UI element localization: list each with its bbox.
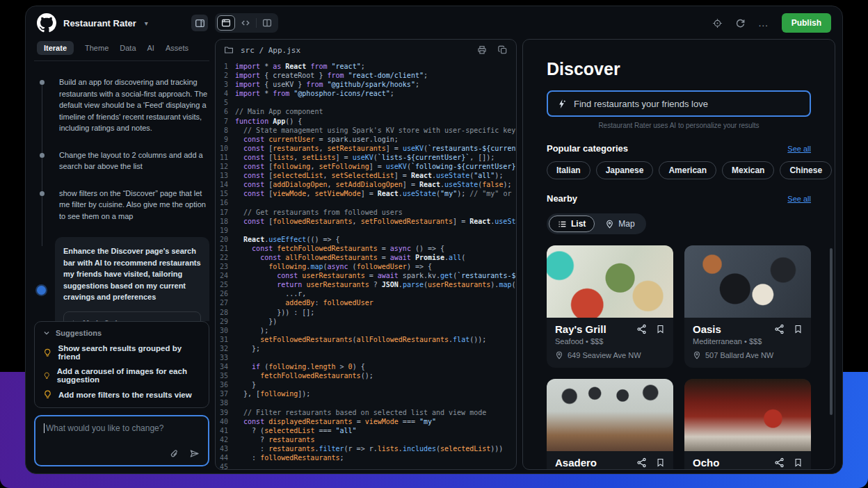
code-line[interactable]: 42 ? restaurants	[216, 435, 516, 444]
prompt-composer[interactable]: What would you like to change?	[34, 415, 209, 466]
restaurant-card[interactable]: Asadero	[547, 379, 673, 470]
prompt-entry[interactable]: Build an app for discovering and trackin…	[34, 76, 209, 134]
code-line[interactable]: 40 const displayedRestaurants = viewMode…	[216, 417, 516, 426]
suggestions-header[interactable]: Suggestions	[43, 329, 200, 337]
view-code-button[interactable]	[236, 15, 255, 31]
map-view-button[interactable]: Map	[596, 215, 643, 232]
restaurant-card[interactable]: Ocho	[684, 379, 811, 470]
category-chip[interactable]: American	[659, 161, 716, 179]
toggle-sidebar-button[interactable]	[191, 15, 208, 31]
code-line[interactable]: 24 const userRestaurants = await spark.k…	[216, 271, 516, 280]
code-line[interactable]: 9 const currentUser = spark.user.login;	[216, 135, 516, 144]
code-line[interactable]: 10 const [restaurants, setRestaurants] =…	[216, 144, 516, 153]
view-split-button[interactable]	[258, 15, 276, 31]
code-line[interactable]: 43 : restaurants.filter(r => r.lists.inc…	[216, 444, 516, 453]
attach-button[interactable]	[170, 449, 179, 459]
panel-tab[interactable]: Data	[120, 44, 136, 52]
code-line[interactable]: 17 // Get restaurants from followed user…	[216, 208, 516, 217]
code-line[interactable]: 27 addedBy: followedUser	[216, 298, 516, 307]
panel-tab[interactable]: Theme	[85, 44, 108, 52]
code-line[interactable]: 26 ...r,	[216, 289, 516, 298]
code-line[interactable]: 30 );	[216, 326, 516, 335]
made-changes-button[interactable]: Made 2 changes	[63, 311, 201, 322]
code-line[interactable]: 34 if (following.length > 0) {	[216, 362, 516, 371]
code-line[interactable]: 19	[216, 226, 516, 235]
app-brand[interactable]: Restaurant Rater ▾	[37, 13, 148, 33]
copy-button[interactable]	[498, 45, 508, 55]
code-line[interactable]: 6// Main App component	[216, 107, 516, 116]
prompt-entry[interactable]: Change the layout to 2 columns and add a…	[34, 149, 209, 172]
file-breadcrumb[interactable]: src / App.jsx	[241, 46, 300, 55]
panel-tab[interactable]: Assets	[166, 44, 188, 52]
code-line[interactable]: 22 const allFollowedRestaurants = await …	[216, 253, 516, 262]
restaurant-card[interactable]: Oasis Mediterranean • $$$ 507 Ballard Av…	[684, 245, 811, 368]
bookmark-icon[interactable]	[656, 325, 665, 334]
prompt-entry-active[interactable]: Enhance the Discover page's search bar w…	[34, 237, 209, 321]
code-line[interactable]: 41 ? (selectedList === "all"	[216, 426, 516, 435]
panel-tab[interactable]: AI	[147, 44, 154, 52]
suggestion-item[interactable]: Show search results grouped by friend	[43, 344, 200, 361]
see-all-link[interactable]: See all	[787, 145, 811, 153]
code-line[interactable]: 28 })) : [];	[216, 308, 516, 317]
code-line[interactable]: 21 const fetchFollowedRestaurants = asyn…	[216, 244, 516, 253]
code-line[interactable]: 23 following.map(async (followedUser) =>…	[216, 262, 516, 271]
restaurant-card[interactable]: Ray's Grill Seafood • $$$ 649 Seaview Av…	[547, 245, 673, 368]
category-chip[interactable]: Japanese	[596, 161, 654, 179]
code-line[interactable]: 14 const [addDialogOpen, setAddDialogOpe…	[216, 180, 516, 189]
suggestion-item[interactable]: Add more filters to the results view	[43, 390, 200, 399]
ai-search-box[interactable]	[547, 90, 811, 117]
code-line[interactable]: 20 React.useEffect(() => {	[216, 235, 516, 244]
more-options-button[interactable]: …	[758, 19, 769, 26]
code-line[interactable]: 7function App() {	[216, 117, 516, 126]
code-line[interactable]: 8 // State management using Spark's KV s…	[216, 126, 516, 135]
code-line[interactable]: 31 setFollowedRestaurants(allFollowedRes…	[216, 335, 516, 344]
code-line[interactable]: 15 const [viewMode, setViewMode] = React…	[216, 189, 516, 198]
code-line[interactable]: 37 }, [following]);	[216, 389, 516, 398]
share-icon[interactable]	[774, 457, 785, 468]
category-chip[interactable]: Chinese	[780, 161, 832, 179]
panel-tab[interactable]: Iterate	[37, 41, 74, 55]
code-line[interactable]: 36 }	[216, 380, 516, 389]
refresh-button[interactable]	[735, 18, 746, 29]
code-line[interactable]: 5	[216, 98, 516, 107]
code-lines[interactable]: 1import * as React from "react";2import …	[216, 60, 516, 469]
suggestion-item[interactable]: Add a carousel of images for each sugges…	[43, 367, 200, 384]
code-line[interactable]: 13 const [selectedList, setSelectedList]…	[216, 171, 516, 180]
category-chip[interactable]: Mexican	[722, 161, 774, 179]
target-button[interactable]	[712, 18, 723, 29]
list-view-button[interactable]: List	[549, 215, 595, 232]
preview-scrollbar[interactable]	[830, 248, 833, 415]
code-line[interactable]: 1import * as React from "react";	[216, 62, 516, 71]
code-line[interactable]: 16	[216, 198, 516, 207]
search-input[interactable]	[574, 99, 801, 109]
code-line[interactable]: 3import { useKV } from "@github/spark/ho…	[216, 80, 516, 89]
code-line[interactable]: 44 : followedRestaurants;	[216, 453, 516, 462]
prompt-entry[interactable]: show filters on the “Discover” page that…	[34, 188, 209, 222]
chevron-down-icon[interactable]: ▾	[145, 19, 148, 27]
code-line[interactable]: 18 const [followedRestaurants, setFollow…	[216, 217, 516, 226]
code-line[interactable]: 45	[216, 462, 516, 469]
code-line[interactable]: 39 // Filter restaurants based on select…	[216, 408, 516, 417]
see-all-link[interactable]: See all	[787, 195, 811, 203]
view-preview-button[interactable]	[217, 15, 235, 31]
bookmark-icon[interactable]	[794, 458, 803, 467]
category-chip[interactable]: Italian	[547, 161, 590, 179]
share-icon[interactable]	[636, 324, 647, 334]
code-line[interactable]: 29 })	[216, 317, 516, 326]
code-line[interactable]: 38	[216, 398, 516, 407]
code-line[interactable]: 32 };	[216, 344, 516, 353]
code-line[interactable]: 12 const [following, setFollowing] = use…	[216, 162, 516, 171]
bookmark-icon[interactable]	[656, 458, 665, 467]
code-line[interactable]: 2import { createRoot } from "react-dom/c…	[216, 71, 516, 80]
code-line[interactable]: 25 return userRestaurants ? JSON.parse(u…	[216, 280, 516, 289]
publish-button[interactable]: Publish	[782, 13, 831, 33]
send-button[interactable]	[189, 448, 200, 459]
code-line[interactable]: 11 const [lists, setLists] = useKV(`list…	[216, 153, 516, 162]
bookmark-icon[interactable]	[794, 325, 803, 334]
share-icon[interactable]	[636, 457, 647, 468]
code-line[interactable]: 35 fetchFollowedRestaurants();	[216, 371, 516, 380]
code-line[interactable]: 4import * from "@phosphor-icons/react";	[216, 89, 516, 98]
print-button[interactable]	[477, 45, 487, 55]
share-icon[interactable]	[774, 324, 785, 334]
code-line[interactable]: 33	[216, 353, 516, 362]
